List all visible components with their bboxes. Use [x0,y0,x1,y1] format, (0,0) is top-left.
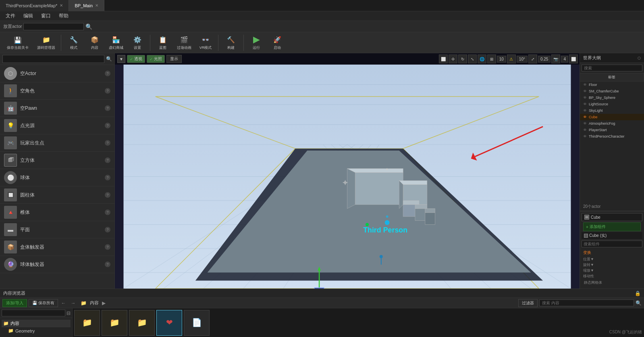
save-all-btn[interactable]: 💾 保存所有 [29,299,58,307]
vp-select-btn[interactable]: ⬜ [439,54,448,63]
toolbar-blueprint-btn[interactable]: 📋 蓝图 [153,33,173,52]
sphere-trigger-help[interactable]: ? [105,262,110,267]
asset-folder-1[interactable]: 📁 [74,310,100,336]
viewport-corner-btn[interactable]: ▼ [117,55,125,63]
component-search-input[interactable] [582,241,642,247]
viewport-area[interactable]: ▼ ✓ 透视 ✓ 光照 显示 ⬜ ✢ ↻ ⤡ 🌐 ⊞ 10 ⚠ 10° ⤢ 0.… [115,53,580,289]
toolbar-content-btn[interactable]: 📦 内容 [85,33,105,52]
actor-item-player-start[interactable]: 🎮 玩家出生点 ? [0,134,114,152]
empty-pawn-help[interactable]: ? [105,105,110,111]
tab-map[interactable]: ThirdPersonExampleMap* ✕ [0,0,69,11]
outliner-item-skylight[interactable]: 👁 SkyLight [580,107,644,114]
toolbar-save-btn[interactable]: 💾 保存当前关卡 [2,33,33,52]
outliner-item-character[interactable]: 👁 ThirdPersonCharacter [580,133,644,140]
empty-char-help[interactable]: ? [105,88,110,94]
vp-world-btn[interactable]: 🌐 [478,54,486,63]
cube-help[interactable]: ? [105,157,110,163]
toolbar-vr-btn[interactable]: 👓 VR模式 [195,33,216,52]
actor-item-sphere-trigger[interactable]: 🔮 球体触发器 ? [0,256,114,273]
asset-item-heart[interactable]: ❤ [156,310,182,336]
outliner-item-fog[interactable]: 👁 AtmosphericFog [580,120,644,127]
outliner-item-chamfercube[interactable]: 👁 SM_ChamferCube [580,88,644,94]
actor-item-cube[interactable]: 立方体 ? [0,152,114,169]
actor-search-icon[interactable]: 🔍 [85,23,92,30]
vp-rotate-btn[interactable]: ↻ [458,54,467,63]
outliner-search-input[interactable] [582,65,642,71]
actor-item-empty-char[interactable]: 🚶 空角色 ? [0,82,114,100]
menu-file[interactable]: 文件 [2,12,19,20]
actor-item-point-light[interactable]: 💡 点光源 ? [0,117,114,134]
tab-map-close[interactable]: ✕ [60,3,63,8]
left-panel-search-input[interactable] [2,55,104,63]
vis-icon-6[interactable]: 👁 [582,115,587,119]
toolbar-play-btn[interactable]: ▶ 运行 [246,33,266,52]
sphere-help[interactable]: ? [105,175,110,180]
empty-actor-help[interactable]: ? [105,71,110,76]
player-start-help[interactable]: ? [105,140,110,146]
asset-folder-2[interactable]: 📁 [102,310,127,336]
filter-btn[interactable]: 过滤器 [518,299,538,307]
tree-item-content[interactable]: 📁 内容 [2,320,71,327]
asset-folder-3[interactable]: 📁 [129,310,155,336]
point-light-help[interactable]: ? [105,123,110,128]
details-cube-btn[interactable]: Cube [582,213,642,221]
toolbar-launch-btn[interactable]: 🚀 启动 [267,33,287,52]
actor-item-plane[interactable]: ▬ 平面 ? [0,221,114,239]
nav-back-btn[interactable]: ← [60,299,68,307]
plane-help[interactable]: ? [105,227,110,232]
vis-icon-9[interactable]: 👁 [582,134,587,139]
toolbar-cinematic-btn[interactable]: 🎬 过场动画 [174,33,195,52]
nav-fwd-btn[interactable]: → [69,299,77,307]
vp-grid-btn[interactable]: ⊞ [487,54,496,63]
content-tree-search-input[interactable] [2,310,65,316]
vis-icon-8[interactable]: 👁 [582,128,587,132]
vis-icon-3[interactable]: 👁 [582,95,587,100]
menu-help[interactable]: 帮助 [56,12,72,20]
viewport-lighting-btn[interactable]: ✓ 光照 [147,55,165,63]
vis-icon-7[interactable]: 👁 [582,121,587,126]
vp-scale-snap[interactable]: 0.25 [538,56,551,63]
outliner-item-lightsource[interactable]: 👁 LightSource [580,101,644,107]
outliner-item-playerstart[interactable]: 👁 PlayerStart [580,127,644,133]
asset-item-page[interactable]: 📄 [184,310,210,336]
viewport-show-btn[interactable]: 显示 [166,55,182,63]
vis-icon-2[interactable]: 👁 [582,89,587,94]
tab-bp[interactable]: BP_Main ✕ [69,0,104,11]
tree-item-geometry[interactable]: 📁 Geometry [2,327,71,334]
toolbar-build-btn[interactable]: 🔨 构建 [221,33,241,52]
outliner-item-cube[interactable]: 👁 Cube [580,114,644,120]
actor-item-empty-pawn[interactable]: 🤖 空Pawn ? [0,100,114,117]
content-search-input[interactable] [539,299,634,306]
vis-icon-5[interactable]: 👁 [582,108,587,113]
cylinder-help[interactable]: ? [105,192,110,198]
vis-icon[interactable]: 👁 [582,82,587,87]
vp-translate-btn[interactable]: ✢ [449,54,457,63]
vp-angle-snap[interactable]: 10° [517,56,528,63]
actor-item-box-trigger[interactable]: 📦 盒体触发器 ? [0,239,114,256]
actor-search-input[interactable] [23,23,84,30]
actor-item-sphere[interactable]: ⚪ 球体 ? [0,169,114,186]
toolbar-marketplace-btn[interactable]: 🏪 虚幻商城 [106,33,127,52]
toolbar-mode-btn[interactable]: 🔧 模式 [64,33,84,52]
menu-edit[interactable]: 编辑 [20,12,36,20]
menu-window[interactable]: 窗口 [38,12,54,20]
cone-help[interactable]: ? [105,209,110,215]
vp-grid-size[interactable]: 10 [497,56,506,63]
tab-bp-close[interactable]: ✕ [95,3,98,8]
transform-header[interactable]: 变换 [583,249,641,256]
toolbar-source-btn[interactable]: 📁 源码管理器 [34,33,58,52]
actor-item-cone[interactable]: 🔺 椎体 ? [0,204,114,221]
vis-icon-4[interactable]: 👁 [582,102,587,107]
vp-camera-speed[interactable]: 4 [561,56,568,63]
vp-maximize-btn[interactable]: ⬜ [569,54,578,63]
add-import-btn[interactable]: 添加/导入 [2,299,27,307]
outliner-item-floor[interactable]: 👁 Floor [580,82,644,88]
vp-scale-btn[interactable]: ⤡ [468,54,477,63]
actor-item-cylinder[interactable]: 🔲 圆柱体 ? [0,186,114,204]
content-lock-icon[interactable]: 🔒 [635,291,641,296]
actor-item-empty-actor[interactable]: ⬡ 空Actor ? [0,65,114,82]
add-group-btn[interactable]: + 添加组件 [583,222,641,231]
viewport-perspective-btn[interactable]: ✓ 透视 [127,55,145,63]
toolbar-settings-btn[interactable]: ⚙️ 设置 [127,33,147,52]
outliner-tab-label[interactable]: 标签 [580,73,644,81]
